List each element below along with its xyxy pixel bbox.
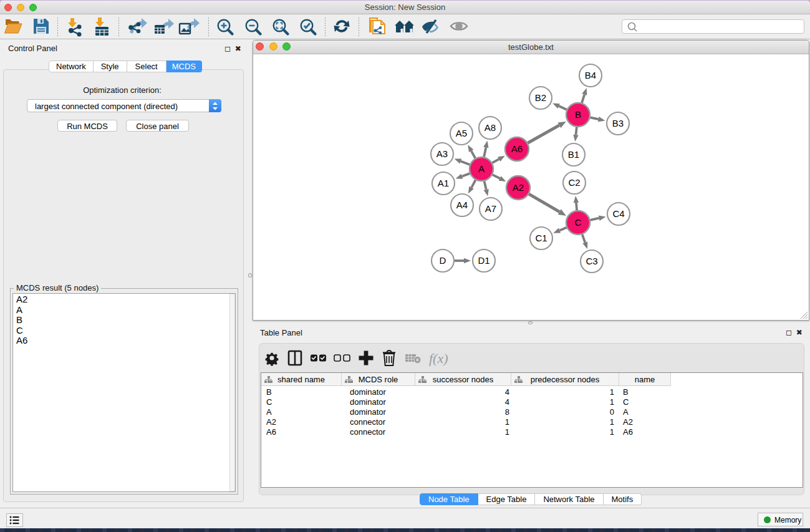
svg-text:B4: B4 [585, 70, 596, 80]
svg-text:B: B [575, 109, 581, 120]
svg-text:f(x): f(x) [429, 351, 448, 366]
svg-text:A3: A3 [436, 148, 448, 159]
svg-text:C2: C2 [568, 177, 580, 188]
svg-text:C3: C3 [586, 256, 597, 266]
svg-text:D: D [440, 255, 446, 266]
svg-text:D1: D1 [478, 255, 489, 266]
svg-text:C1: C1 [535, 233, 547, 243]
svg-text:B2: B2 [535, 92, 546, 103]
svg-text:A1: A1 [438, 178, 449, 188]
svg-text:A6: A6 [511, 143, 523, 154]
svg-text:B3: B3 [612, 118, 624, 128]
svg-text:A8: A8 [485, 122, 496, 133]
svg-text:A: A [478, 163, 485, 174]
svg-text:A5: A5 [456, 128, 467, 138]
svg-text:C4: C4 [612, 208, 624, 219]
svg-text:C: C [575, 217, 582, 228]
svg-text:B1: B1 [568, 149, 579, 160]
svg-text:A2: A2 [513, 182, 524, 193]
svg-text:A7: A7 [485, 203, 496, 214]
svg-text:A4: A4 [456, 200, 468, 210]
